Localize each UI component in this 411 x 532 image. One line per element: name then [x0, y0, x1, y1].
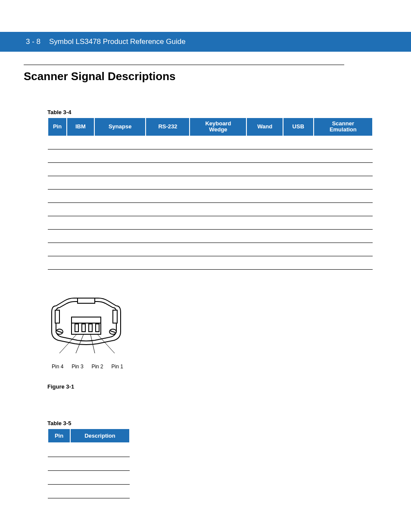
table-3-4-body: [48, 136, 373, 270]
table-row: [48, 163, 373, 176]
svg-rect-11: [89, 324, 92, 332]
svg-rect-10: [82, 324, 85, 332]
table-3-4-caption: Table 3-4: [47, 109, 71, 115]
page: 3 - 8 Symbol LS3478 Product Reference Gu…: [0, 0, 411, 532]
table-row: [48, 230, 373, 243]
svg-rect-8: [72, 317, 101, 323]
document-title: Symbol LS3478 Product Reference Guide: [49, 37, 186, 46]
table-row: [48, 149, 373, 163]
figure-3-1-caption: Figure 3-1: [47, 383, 74, 390]
svg-rect-6: [113, 310, 117, 323]
table-row: [48, 176, 373, 190]
col-rs232: RS-232: [146, 118, 190, 136]
col-pin: Pin: [48, 118, 67, 136]
col-ibm: IBM: [67, 118, 94, 136]
document-header-bar: 3 - 8 Symbol LS3478 Product Reference Gu…: [0, 32, 411, 52]
table-row: [48, 136, 373, 149]
svg-rect-5: [55, 310, 59, 323]
col-synapse: Synapse: [94, 118, 146, 136]
table-3-5: Pin Description: [47, 428, 130, 498]
table-row: [48, 470, 130, 484]
table-row: [48, 256, 373, 270]
heading-rule: [24, 65, 344, 65]
pin-label-3: Pin 3: [72, 364, 83, 370]
table-3-4: Pin IBM Synapse RS-232 KeyboardWedge Wan…: [47, 117, 373, 270]
pin-label-1: Pin 1: [112, 364, 123, 370]
svg-rect-0: [78, 298, 95, 303]
table-row: [48, 243, 373, 256]
table-header-row: Pin IBM Synapse RS-232 KeyboardWedge Wan…: [48, 118, 373, 136]
svg-rect-12: [96, 324, 99, 332]
table-row: [48, 443, 130, 457]
figure-3-1: Pin 4 Pin 3 Pin 2 Pin 1: [47, 293, 142, 370]
col-keyboard-wedge: KeyboardWedge: [190, 118, 246, 136]
pin-label-2: Pin 2: [91, 364, 103, 370]
page-number: 3 - 8: [26, 37, 40, 46]
table-row: [48, 203, 373, 216]
section-heading: Scanner Signal Descriptions: [24, 70, 176, 83]
col-pin: Pin: [48, 429, 70, 443]
col-wand: Wand: [246, 118, 283, 136]
pin-labels: Pin 4 Pin 3 Pin 2 Pin 1: [47, 364, 125, 370]
table-row: [48, 216, 373, 230]
table-row: [48, 457, 130, 470]
table-row: [48, 190, 373, 203]
svg-rect-9: [75, 324, 78, 332]
col-description: Description: [70, 429, 130, 443]
table-3-5-body: [48, 443, 130, 498]
table-row: [48, 484, 130, 498]
col-scanner-emulation: ScannerEmulation: [314, 118, 373, 136]
col-usb: USB: [283, 118, 314, 136]
table-header-row: Pin Description: [48, 429, 130, 443]
table-3-5-caption: Table 3-5: [47, 420, 71, 426]
pin-label-4: Pin 4: [52, 364, 63, 370]
connector-diagram-icon: [47, 293, 125, 362]
